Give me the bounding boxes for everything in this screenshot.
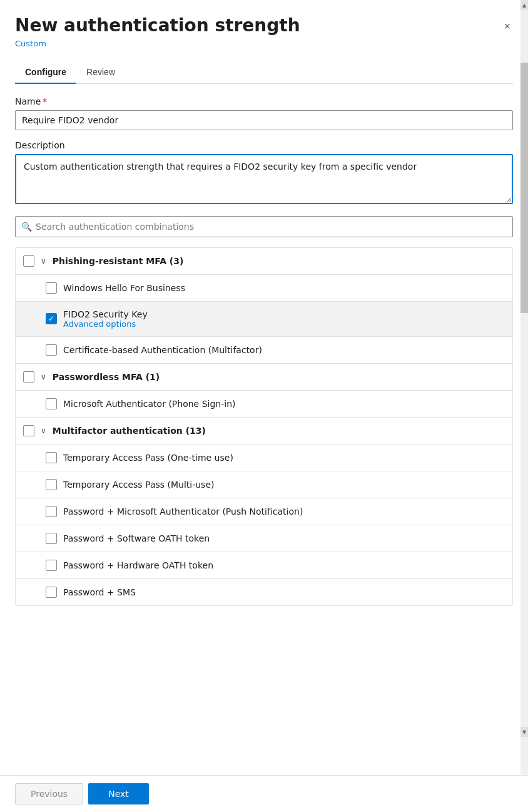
auth-item-pwd-ms-auth: Password + Microsoft Authenticator (Push… bbox=[16, 498, 512, 525]
description-input[interactable]: Custom authentication strength that requ… bbox=[15, 154, 513, 204]
checkbox-windows-hello[interactable] bbox=[46, 282, 57, 294]
previous-button[interactable]: Previous bbox=[15, 783, 83, 804]
required-star: * bbox=[43, 96, 47, 106]
fido2-label-container: FIDO2 Security Key Advanced options bbox=[63, 309, 148, 329]
label-fido2: FIDO2 Security Key bbox=[63, 309, 148, 319]
auth-item-cert-based: Certificate-based Authentication (Multif… bbox=[16, 337, 512, 364]
label-tap-one-time: Temporary Access Pass (One-time use) bbox=[63, 453, 233, 463]
auth-item-fido2: FIDO2 Security Key Advanced options bbox=[16, 302, 512, 337]
name-field-group: Name* bbox=[15, 96, 513, 130]
tabs-container: Configure Review bbox=[15, 61, 513, 84]
chevron-phishing-resistant[interactable]: ∨ bbox=[41, 257, 46, 265]
checkbox-ms-auth-phone[interactable] bbox=[46, 398, 57, 409]
label-pwd-ms-auth: Password + Microsoft Authenticator (Push… bbox=[63, 506, 303, 516]
checkbox-tap-multi[interactable] bbox=[46, 479, 57, 490]
checkbox-pwd-ms-auth[interactable] bbox=[46, 506, 57, 517]
chevron-passwordless[interactable]: ∨ bbox=[41, 373, 46, 381]
group-label-phishing-resistant: Phishing-resistant MFA (3) bbox=[53, 256, 184, 266]
checkbox-tap-one-time[interactable] bbox=[46, 452, 57, 463]
auth-list: ∨ Phishing-resistant MFA (3) Windows Hel… bbox=[15, 247, 513, 606]
title-row: New authentication strength × bbox=[15, 15, 513, 36]
auth-item-ms-auth-phone: Microsoft Authenticator (Phone Sign-in) bbox=[16, 391, 512, 418]
label-pwd-software-oath: Password + Software OATH token bbox=[63, 533, 210, 543]
tab-review[interactable]: Review bbox=[76, 61, 125, 83]
group-header-phishing-resistant: ∨ Phishing-resistant MFA (3) bbox=[16, 248, 512, 275]
description-label: Description bbox=[15, 140, 513, 150]
label-ms-auth-phone: Microsoft Authenticator (Phone Sign-in) bbox=[63, 399, 235, 409]
checkbox-passwordless[interactable] bbox=[23, 371, 34, 383]
checkbox-pwd-hardware-oath[interactable] bbox=[46, 560, 57, 571]
checkbox-pwd-sms[interactable] bbox=[46, 587, 57, 598]
scroll-arrow-up[interactable]: ▲ bbox=[520, 0, 528, 10]
chevron-multifactor[interactable]: ∨ bbox=[41, 426, 46, 435]
description-field-group: Description Custom authentication streng… bbox=[15, 140, 513, 206]
group-header-multifactor: ∨ Multifactor authentication (13) bbox=[16, 418, 512, 445]
search-input[interactable] bbox=[15, 216, 513, 237]
name-label: Name* bbox=[15, 96, 513, 106]
footer: Previous Next bbox=[0, 775, 528, 812]
page-title: New authentication strength bbox=[15, 15, 300, 36]
auth-item-pwd-sms: Password + SMS bbox=[16, 579, 512, 605]
search-icon: 🔍 bbox=[21, 222, 32, 232]
name-input[interactable] bbox=[15, 110, 513, 130]
advanced-options-link[interactable]: Advanced options bbox=[63, 319, 148, 329]
auth-item-tap-one-time: Temporary Access Pass (One-time use) bbox=[16, 445, 512, 471]
label-tap-multi: Temporary Access Pass (Multi-use) bbox=[63, 480, 215, 490]
checkbox-cert-based[interactable] bbox=[46, 344, 57, 356]
auth-item-pwd-hardware-oath: Password + Hardware OATH token bbox=[16, 552, 512, 579]
checkbox-fido2[interactable] bbox=[46, 313, 57, 324]
scrollbar-thumb[interactable] bbox=[520, 63, 528, 313]
checkbox-phishing-resistant[interactable] bbox=[23, 255, 34, 267]
tab-configure[interactable]: Configure bbox=[15, 61, 76, 83]
auth-item-tap-multi: Temporary Access Pass (Multi-use) bbox=[16, 471, 512, 498]
label-pwd-hardware-oath: Password + Hardware OATH token bbox=[63, 560, 213, 570]
next-button[interactable]: Next bbox=[88, 783, 149, 804]
content-area: Name* Description Custom authentication … bbox=[0, 84, 528, 775]
page-container: ▲ ▼ New authentication strength × Custom… bbox=[0, 0, 528, 812]
label-pwd-sms: Password + SMS bbox=[63, 587, 136, 597]
close-button[interactable]: × bbox=[501, 18, 513, 36]
auth-item-pwd-software-oath: Password + Software OATH token bbox=[16, 525, 512, 552]
auth-item-windows-hello: Windows Hello For Business bbox=[16, 275, 512, 302]
group-header-passwordless: ∨ Passwordless MFA (1) bbox=[16, 364, 512, 391]
scrollbar-track[interactable]: ▲ ▼ bbox=[520, 0, 528, 774]
label-cert-based: Certificate-based Authentication (Multif… bbox=[63, 345, 262, 355]
search-container: 🔍 bbox=[15, 216, 513, 237]
group-label-passwordless: Passwordless MFA (1) bbox=[53, 372, 160, 382]
checkbox-multifactor[interactable] bbox=[23, 425, 34, 436]
scroll-arrow-down[interactable]: ▼ bbox=[520, 727, 528, 737]
header: New authentication strength × Custom Con… bbox=[0, 0, 528, 84]
checkbox-pwd-software-oath[interactable] bbox=[46, 533, 57, 544]
label-windows-hello: Windows Hello For Business bbox=[63, 283, 185, 293]
group-label-multifactor: Multifactor authentication (13) bbox=[53, 426, 206, 436]
subtitle: Custom bbox=[15, 39, 513, 48]
